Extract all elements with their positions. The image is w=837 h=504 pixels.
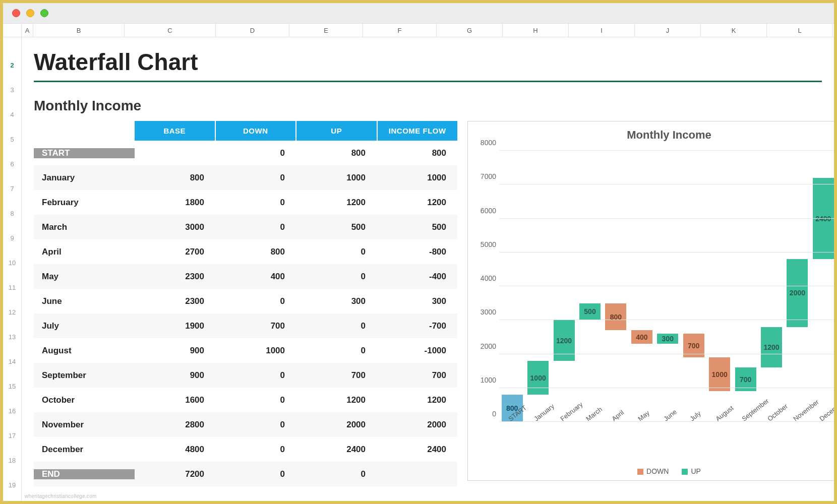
cell-up[interactable]: 800 <box>296 148 377 158</box>
row-header-5[interactable]: 5 <box>3 120 21 145</box>
table-row[interactable]: June23000300300 <box>34 289 457 313</box>
row-header-13[interactable]: 13 <box>3 318 21 343</box>
row-header-12[interactable]: 12 <box>3 293 21 318</box>
sheet-content[interactable]: Waterfall Chart Monthly Income BASE DOWN… <box>22 37 834 502</box>
cell-down[interactable]: 0 <box>215 222 296 232</box>
cell-up[interactable]: 1200 <box>296 198 377 208</box>
cell-flow[interactable]: -1000 <box>377 346 457 356</box>
cell-base[interactable]: 2300 <box>135 296 215 306</box>
cell-down[interactable]: 800 <box>215 247 296 257</box>
cell-up[interactable]: 2400 <box>296 445 377 455</box>
row-header-15[interactable]: 15 <box>3 367 21 392</box>
row-header-18[interactable]: 18 <box>3 442 21 466</box>
zoom-window-button[interactable] <box>40 9 48 17</box>
cell-down[interactable]: 0 <box>215 296 296 306</box>
cell-down[interactable]: 700 <box>215 321 296 331</box>
cell-base[interactable]: 2700 <box>135 247 215 257</box>
cell-flow[interactable]: -400 <box>377 272 457 282</box>
row-header-8[interactable]: 8 <box>3 195 21 219</box>
cell-down[interactable]: 0 <box>215 370 296 381</box>
table-row[interactable]: September9000700700 <box>34 363 457 388</box>
cell-up[interactable]: 2000 <box>296 420 377 430</box>
cell-up[interactable]: 500 <box>296 222 377 232</box>
cell-base[interactable]: 900 <box>135 346 215 356</box>
column-header-F[interactable]: F <box>363 24 437 37</box>
cell-flow[interactable]: 500 <box>377 222 457 232</box>
col-income-flow[interactable]: INCOME FLOW <box>378 121 458 141</box>
row-header-19[interactable]: 19 <box>3 466 21 491</box>
row-header-7[interactable]: 7 <box>3 170 21 195</box>
table-row[interactable]: July19007000-700 <box>34 313 457 338</box>
cell-flow[interactable]: 2000 <box>377 420 457 430</box>
cell-down[interactable]: 0 <box>215 469 296 479</box>
column-header-A[interactable]: A <box>22 24 33 37</box>
cell-flow[interactable]: 800 <box>377 148 457 158</box>
cell-down[interactable]: 0 <box>215 395 296 405</box>
column-header-E[interactable]: E <box>289 24 363 37</box>
row-header-4[interactable]: 4 <box>3 96 21 120</box>
cell-up[interactable]: 0 <box>296 346 377 356</box>
cell-up[interactable]: 1000 <box>296 173 377 183</box>
row-header-14[interactable]: 14 <box>3 343 21 367</box>
cell-down[interactable]: 0 <box>215 445 296 455</box>
cell-down[interactable]: 1000 <box>215 346 296 356</box>
cell-flow[interactable]: 1200 <box>377 395 457 405</box>
table-row[interactable]: August90010000-1000 <box>34 338 457 363</box>
cell-base[interactable]: 7200 <box>135 469 215 479</box>
cell-base[interactable]: 1900 <box>135 321 215 331</box>
cell-flow[interactable]: 1000 <box>377 173 457 183</box>
row-header-2[interactable]: 2 <box>3 46 21 71</box>
table-row[interactable]: October1600012001200 <box>34 388 457 412</box>
row-header-10[interactable]: 10 <box>3 244 21 269</box>
cell-base[interactable]: 900 <box>135 370 215 381</box>
cell-base[interactable]: 800 <box>135 173 215 183</box>
column-header-H[interactable]: H <box>503 24 569 37</box>
cell-up[interactable]: 0 <box>296 272 377 282</box>
column-header-B[interactable]: B <box>33 24 125 37</box>
cell-base[interactable]: 1800 <box>135 198 215 208</box>
cell-up[interactable]: 0 <box>296 469 377 479</box>
table-row[interactable]: May23004000-400 <box>34 264 457 289</box>
cell-down[interactable]: 400 <box>215 272 296 282</box>
table-row[interactable]: February1800012001200 <box>34 190 457 215</box>
column-header-G[interactable]: G <box>437 24 503 37</box>
table-row[interactable]: November2800020002000 <box>34 412 457 437</box>
cell-up[interactable]: 0 <box>296 247 377 257</box>
select-all-corner[interactable] <box>3 24 22 37</box>
cell-flow[interactable]: -700 <box>377 321 457 331</box>
cell-up[interactable]: 0 <box>296 321 377 331</box>
column-header-I[interactable]: I <box>569 24 635 37</box>
cell-flow[interactable]: -800 <box>377 247 457 257</box>
table-row[interactable]: December4800024002400 <box>34 437 457 462</box>
column-header-K[interactable]: K <box>701 24 767 37</box>
column-header-D[interactable]: D <box>216 24 289 37</box>
column-header-J[interactable]: J <box>635 24 701 37</box>
col-base[interactable]: BASE <box>135 121 216 141</box>
row-header-9[interactable]: 9 <box>3 219 21 244</box>
cell-down[interactable]: 0 <box>215 148 296 158</box>
row-header-16[interactable]: 16 <box>3 392 21 417</box>
table-row[interactable]: START0800800 <box>34 141 457 165</box>
cell-base[interactable]: 3000 <box>135 222 215 232</box>
cell-down[interactable]: 0 <box>215 173 296 183</box>
cell-up[interactable]: 300 <box>296 296 377 306</box>
table-row[interactable]: April27008000-800 <box>34 239 457 264</box>
cell-down[interactable]: 0 <box>215 420 296 430</box>
row-header-6[interactable]: 6 <box>3 145 21 170</box>
row-header-3[interactable]: 3 <box>3 71 21 96</box>
table-row[interactable]: March30000500500 <box>34 215 457 239</box>
cell-base[interactable]: 2300 <box>135 272 215 282</box>
cell-flow[interactable]: 700 <box>377 370 457 381</box>
col-down[interactable]: DOWN <box>216 121 297 141</box>
table-row[interactable]: January800010001000 <box>34 165 457 190</box>
cell-down[interactable]: 0 <box>215 198 296 208</box>
cell-base[interactable]: 4800 <box>135 445 215 455</box>
cell-base[interactable]: 1600 <box>135 395 215 405</box>
cell-flow[interactable]: 1200 <box>377 198 457 208</box>
cell-flow[interactable]: 300 <box>377 296 457 306</box>
row-header-11[interactable]: 11 <box>3 269 21 293</box>
column-header-C[interactable]: C <box>125 24 216 37</box>
column-header-L[interactable]: L <box>767 24 833 37</box>
row-header-17[interactable]: 17 <box>3 417 21 442</box>
row-header-blank[interactable] <box>3 37 21 46</box>
